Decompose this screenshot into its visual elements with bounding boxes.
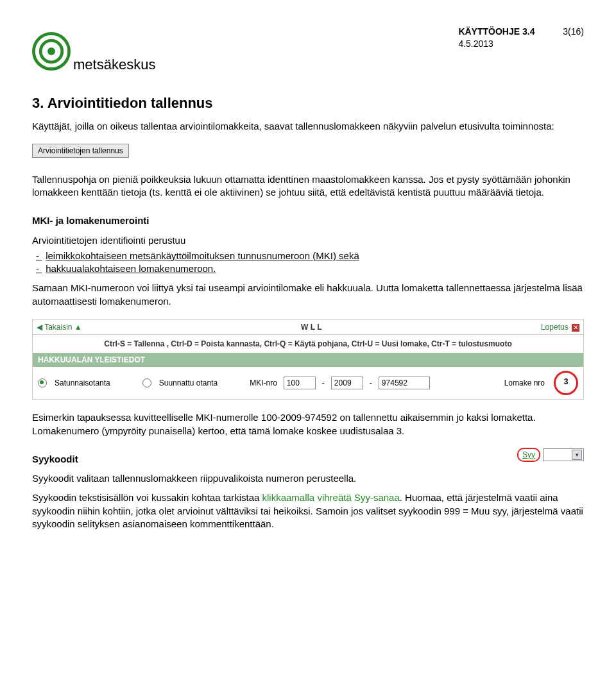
page-number: 3(16): [563, 26, 584, 37]
radio-label: Satunnaisotanta: [55, 378, 110, 388]
mki-intro-line: Arviointitietojen identifiointi perustuu: [32, 234, 584, 247]
shortcuts-hint: Ctrl-S = Tallenna , Ctrl-D = Poista kann…: [33, 335, 583, 353]
header-meta: KÄYTTÖOHJE 3.4 3(16) 4.5.2013: [458, 26, 584, 50]
logout-link[interactable]: Lopetus ✕: [541, 322, 579, 332]
intro-paragraph: Käyttäjät, joilla on oikeus tallentaa ar…: [32, 120, 584, 133]
radio-random-sampling[interactable]: [38, 378, 47, 387]
mki-paragraph: Samaan MKI-numeroon voi liittyä yksi tai…: [32, 282, 584, 308]
example-paragraph: Esimerkin tapauksessa kuvitteelliselle M…: [32, 411, 584, 437]
green-syy-text: klikkaamalla vihreätä Syy-sanaa: [262, 492, 400, 503]
radio-label: Suunnattu otanta: [159, 378, 218, 388]
section-bar: HAKKUUALAN YLEISTIEDOT: [33, 353, 583, 367]
back-link[interactable]: ◀ Takaisin ▲: [37, 322, 82, 332]
lomake-number-circled: 3: [554, 371, 578, 395]
syy-link[interactable]: Syy: [517, 448, 540, 462]
mki-input-1[interactable]: 100: [284, 377, 316, 389]
list-item: leimikkokohtaiseen metsänkäyttöilmoituks…: [47, 250, 584, 262]
syy-line1: Syykoodit valitaan tallennuslomakkeen ri…: [32, 472, 584, 485]
paragraph-2: Tallennuspohja on pieniä poikkeuksia luk…: [32, 173, 584, 199]
doc-date: 4.5.2013: [458, 38, 584, 50]
close-icon: ✕: [572, 324, 579, 332]
mki-input-2[interactable]: 2009: [331, 377, 363, 389]
mki-input-3[interactable]: 974592: [379, 377, 430, 389]
syy-dropdown-screenshot: Syy ▾: [517, 448, 584, 462]
form-row: Satunnaisotanta Suunnattu otanta MKI-nro…: [33, 367, 583, 399]
text-fragment: Syykoodin tekstisisällön voi kussakin ko…: [32, 492, 262, 503]
page-header: metsäkeskus KÄYTTÖOHJE 3.4 3(16) 4.5.201…: [32, 26, 584, 74]
arrow-up-icon: ▲: [74, 323, 82, 332]
lomake-nro-label: Lomake nro: [504, 378, 545, 388]
list-item: hakkuualakohtaiseen lomakenumeroon.: [47, 262, 584, 275]
back-label: Takaisin: [44, 323, 72, 332]
brand-name: metsäkeskus: [73, 55, 155, 74]
form-screenshot: ◀ Takaisin ▲ W L L Lopetus ✕ Ctrl-S = Ta…: [32, 319, 584, 400]
syy-select[interactable]: ▾: [543, 448, 584, 461]
save-data-button[interactable]: Arviointitietojen tallennus: [32, 144, 129, 158]
svg-point-2: [47, 47, 55, 55]
sep: -: [322, 378, 325, 388]
wll-label: W L L: [301, 322, 321, 332]
arrow-left-icon: ◀: [37, 323, 42, 332]
syy-subheading: Syykoodit: [32, 453, 584, 466]
mki-bullet-list: leimikkokohtaiseen metsänkäyttöilmoituks…: [32, 250, 584, 276]
doc-title: KÄYTTÖOHJE 3.4: [458, 26, 535, 38]
metsakeskus-logo-icon: [32, 32, 71, 71]
mki-subheading: MKI- ja lomakenumerointi: [32, 214, 584, 227]
radio-directed-sampling[interactable]: [142, 378, 151, 387]
sep: -: [370, 378, 372, 388]
logo-area: metsäkeskus: [32, 32, 155, 74]
mki-nro-label: MKI-nro: [250, 378, 277, 388]
chevron-down-icon: ▾: [572, 450, 582, 460]
section-heading: 3. Arviointitiedon tallennus: [32, 94, 584, 113]
syy-paragraph: Syykoodin tekstisisällön voi kussakin ko…: [32, 491, 584, 530]
logout-label: Lopetus: [541, 323, 569, 332]
